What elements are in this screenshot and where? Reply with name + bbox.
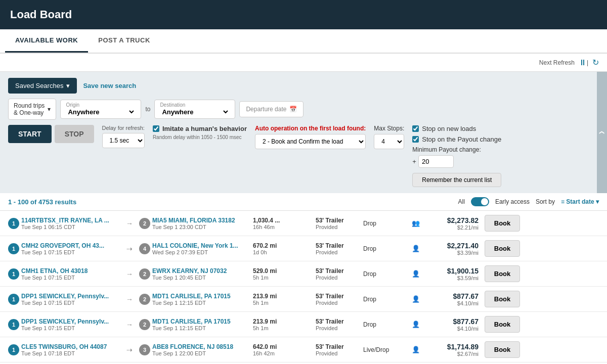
refresh-icon: ↻ (592, 58, 599, 67)
table-row: 1 114RTBTSX_ITR RAYNE, LA ... Tue Sep 1 … (0, 211, 607, 236)
search-content: Saved Searches ▾ Save new search Round t… (0, 72, 597, 193)
saved-searches-button[interactable]: Saved Searches ▾ (8, 78, 77, 94)
save-new-search-link[interactable]: Save new search (83, 82, 136, 89)
distance-cell: 529.0 mi 5h 1m (253, 267, 314, 281)
route-arrow: → (122, 321, 137, 329)
trailer-status: Provided (316, 325, 361, 331)
dest-name[interactable]: MDT1 CARLISLE, PA 17015 (152, 318, 246, 325)
delay-section: Delay for refresh: 1.5 sec 2.0 sec 3.0 s… (102, 125, 145, 148)
stop-badge-dest: 2 (139, 319, 150, 330)
origin-name[interactable]: 114RTBTSX_ITR RAYNE, LA ... (21, 217, 115, 224)
price-cell: $1,900.15 $3.59/mi (428, 267, 479, 281)
book-button[interactable]: Book (485, 316, 520, 333)
min-payout-input[interactable] (418, 155, 454, 168)
search-row-1: Saved Searches ▾ Save new search (8, 78, 589, 94)
trailer-cell: 53' Trailer Provided (316, 343, 361, 356)
origin-select[interactable]: Anywhere (66, 108, 136, 116)
trailer-type: 53' Trailer (316, 242, 361, 249)
to-label: to (145, 106, 150, 113)
book-button[interactable]: Book (485, 240, 520, 257)
origin-cell: CMH1 ETNA, OH 43018 Tue Sep 1 07:15 EDT (21, 267, 120, 281)
side-collapse-button[interactable]: ❮ (597, 72, 607, 193)
price-per-mi: $2.67/mi (428, 351, 479, 357)
early-access-label: Early access (495, 198, 530, 205)
dest-name[interactable]: EWRX KEARNY, NJ 07032 (152, 267, 246, 275)
book-button[interactable]: Book (485, 265, 520, 282)
destination-label: Destination (160, 102, 230, 108)
book-button[interactable]: Book (485, 291, 520, 307)
dest-cell: EWRX KEARNY, NJ 07032 Tue Sep 1 20:45 ED… (152, 267, 251, 281)
remember-button[interactable]: Remember the current list (412, 173, 501, 187)
origin-box[interactable]: Origin Anywhere (60, 100, 141, 119)
trailer-type: 53' Trailer (316, 293, 361, 300)
team-cell: 👤 (406, 245, 426, 252)
tab-post-truck[interactable]: POST A TRUCK (88, 29, 160, 53)
imitate-checkbox[interactable] (153, 125, 159, 132)
stop-checks: Stop on new loads Stop on the Payout cha… (412, 125, 501, 187)
route-arrow: ⇢ (122, 245, 137, 253)
dest-name[interactable]: MIA5 MIAMI, FLORIDA 33182 (152, 217, 246, 224)
distance-cell: 670.2 mi 1d 0h (253, 242, 314, 255)
origin-label: Origin (66, 102, 136, 108)
origin-name[interactable]: CMH2 GROVEPORT, OH 43... (21, 242, 115, 249)
book-button[interactable]: Book (485, 215, 520, 232)
separator: | (587, 59, 588, 66)
origin-date: Tue Sep 1 07:15 EDT (21, 300, 120, 306)
tab-available-work[interactable]: AVAILABLE WORK (5, 29, 88, 53)
price-per-mi: $4.10/mi (428, 326, 479, 332)
results-bar: 1 - 100 of 4753 results All Early access… (0, 193, 607, 211)
origin-date: Tue Sep 1 07:15 EDT (21, 249, 120, 255)
stop-payout-row: Stop on the Payout change (412, 135, 501, 143)
pause-button[interactable]: ⏸ (579, 58, 587, 67)
book-button[interactable]: Book (485, 341, 520, 358)
imitate-label: Imitate a human's behavior (162, 125, 247, 132)
table-row: 1 CMH1 ETNA, OH 43018 Tue Sep 1 07:15 ED… (0, 261, 607, 287)
dest-name[interactable]: MDT1 CARLISLE, PA 17015 (152, 293, 246, 300)
origin-name[interactable]: DPP1 SEWICKLEY, Pennsylv... (21, 318, 115, 325)
page-header: Load Board (0, 0, 607, 29)
toggle-track[interactable] (471, 197, 489, 206)
dest-date: Tue Sep 1 20:45 EDT (152, 275, 251, 281)
route-arrow: → (122, 270, 137, 278)
max-stops-select[interactable]: 12345 (374, 134, 404, 149)
destination-box[interactable]: Destination Anywhere (154, 100, 235, 119)
results-right: All Early access Sort by ≡ Start date ▾ (458, 197, 599, 206)
price-cell: $877.67 $4.10/mi (428, 292, 479, 306)
start-button[interactable]: START (8, 125, 52, 143)
refresh-button[interactable]: ↻ (592, 58, 599, 67)
dest-date: Tue Sep 1 12:15 EDT (152, 325, 251, 331)
drop-type-cell: Live/Drop (363, 346, 404, 353)
origin-date: Tue Sep 1 07:15 EDT (21, 275, 120, 281)
dest-name[interactable]: ABE8 FLORENCE, NJ 08518 (152, 343, 246, 350)
dest-name[interactable]: HAL1 COLONIE, New York 1... (152, 242, 246, 249)
stop-payout-checkbox[interactable] (412, 136, 419, 143)
price-cell: $2,271.40 $3.39/mi (428, 242, 479, 256)
price-value: $877.67 (428, 292, 479, 300)
team-cell: 👤 (406, 270, 426, 278)
origin-date: Tue Sep 1 07:18 EDT (21, 350, 120, 356)
origin-name[interactable]: CMH1 ETNA, OH 43018 (21, 267, 115, 275)
next-refresh-label: Next Refresh (539, 59, 575, 66)
stop-button[interactable]: STOP (55, 125, 94, 143)
early-access-toggle[interactable] (471, 197, 489, 206)
max-stops-label: Max Stops: (374, 125, 404, 132)
trailer-type: 53' Trailer (316, 343, 361, 350)
stop-new-loads-checkbox[interactable] (412, 125, 419, 132)
trip-type-select[interactable]: Round trips& One-way ▾ (8, 99, 56, 120)
dest-date: Tue Sep 1 12:15 EDT (152, 300, 251, 306)
duration-value: 16h 42m (253, 350, 314, 356)
auto-op-section: Auto operation on the first load found: … (255, 125, 366, 149)
route-arrow: → (122, 295, 137, 303)
drop-type-cell: Drop (363, 245, 404, 252)
route-arrow: ⇢ (122, 346, 137, 354)
destination-select[interactable]: Anywhere (160, 108, 230, 116)
origin-name[interactable]: DPP1 SEWICKLEY, Pennsylv... (21, 293, 115, 300)
stop-badge-origin: 1 (8, 294, 19, 305)
auto-op-select[interactable]: 1 - No action 2 - Book and Confirm the l… (255, 134, 366, 149)
origin-name[interactable]: CLE5 TWINSBURG, OH 44087 (21, 343, 115, 350)
trailer-status: Provided (316, 249, 361, 255)
departure-date-box[interactable]: Departure date 📅 (239, 101, 304, 117)
dest-date: Tue Sep 1 23:00 CDT (152, 224, 251, 230)
sort-button[interactable]: ≡ Start date ▾ (561, 198, 599, 205)
delay-select[interactable]: 1.5 sec 2.0 sec 3.0 sec (102, 133, 145, 148)
